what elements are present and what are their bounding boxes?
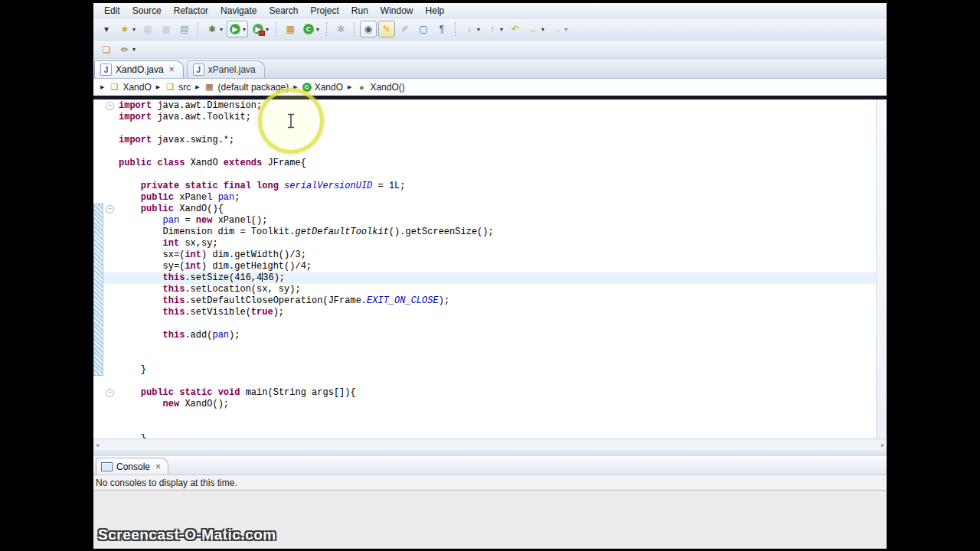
menu-search[interactable]: Search: [263, 5, 304, 17]
new-java-class-button[interactable]: C▾: [300, 21, 322, 37]
menu-navigate[interactable]: Navigate: [214, 5, 263, 17]
code-line: this.add(pan);: [119, 330, 877, 341]
menu-run[interactable]: Run: [345, 5, 374, 17]
dropdown-caret-icon[interactable]: ▾: [541, 26, 544, 33]
editor-tab-bar: JXandO.java×JxPanel.java: [93, 59, 887, 79]
dropdown-caret-icon[interactable]: ▾: [564, 26, 567, 33]
console-sash[interactable]: [93, 450, 887, 456]
ibeam-cursor-icon: [286, 113, 296, 129]
code-line: Dimension dim = Toolkit.getDefaultToolki…: [119, 227, 877, 238]
console-tab-bar: Console ×: [93, 456, 887, 475]
chevron-right-icon[interactable]: ▶: [195, 84, 199, 90]
menu-project[interactable]: Project: [304, 5, 345, 17]
code-line: this.setSize(416,436);: [119, 272, 877, 284]
print-button[interactable]: ▤: [176, 21, 193, 37]
new-java-project-button[interactable]: ▦: [282, 21, 299, 37]
toggle-highlighter-icon: ✎: [381, 23, 393, 35]
run-button[interactable]: ▶▾: [227, 21, 248, 37]
dropdown-caret-icon[interactable]: ▾: [477, 26, 480, 33]
back-icon: ←: [528, 23, 540, 35]
toggle-mark-occurrences-icon: ◉: [362, 23, 374, 35]
toggle-block-selection-icon: ▢: [417, 23, 430, 35]
breadcrumb-item-project-folder[interactable]: ❏XandO: [107, 82, 152, 93]
open-resource-button[interactable]: ❏: [98, 41, 115, 58]
next-annotation-button[interactable]: ↓▾: [461, 21, 482, 37]
debug-button[interactable]: ✱▾: [204, 21, 225, 37]
forward-button: →▾: [548, 21, 570, 37]
fold-collapse-icon[interactable]: −: [106, 205, 114, 214]
chevron-right-icon[interactable]: ▶: [100, 84, 104, 90]
new-java-project-icon: ▦: [284, 23, 296, 35]
toolbar-menu-caret-icon: ▾: [100, 23, 113, 35]
code-line: [119, 376, 877, 387]
code-line: [119, 169, 877, 181]
console-icon: [101, 462, 113, 471]
highlight-tool-button[interactable]: ✏▾: [116, 41, 138, 58]
previous-annotation-button[interactable]: ↑▾: [484, 21, 505, 37]
open-element-button[interactable]: ✐: [397, 21, 413, 37]
tab-xando-java[interactable]: JXandO.java×: [94, 60, 184, 78]
code-line: new XandO();: [119, 399, 877, 410]
code-line: import javax.swing.*;: [119, 135, 877, 146]
code-line: [119, 318, 877, 330]
last-edit-location-button[interactable]: ↶: [507, 21, 524, 37]
code-line: [119, 146, 877, 158]
menu-refactor[interactable]: Refactor: [168, 5, 214, 17]
toolbar-menu-caret-button[interactable]: ▾: [98, 21, 115, 37]
save-icon: ▦: [142, 23, 154, 35]
open-resource-icon: ❏: [100, 44, 113, 56]
breadcrumb-item-class[interactable]: CXandO: [301, 82, 345, 93]
close-icon[interactable]: ×: [169, 64, 175, 75]
chevron-right-icon[interactable]: ▶: [348, 84, 351, 90]
tab-xpanel-java[interactable]: JxPanel.java: [187, 60, 265, 78]
show-whitespace-button[interactable]: ¶: [433, 21, 450, 37]
toggle-mark-occurrences-button[interactable]: ◉: [360, 21, 377, 37]
next-annotation-icon: ↓: [463, 23, 475, 35]
dropdown-caret-icon[interactable]: ▾: [132, 46, 136, 53]
dropdown-caret-icon[interactable]: ▾: [266, 26, 269, 33]
dropdown-caret-icon[interactable]: ▾: [500, 26, 503, 33]
editor-horizontal-scrollbar[interactable]: ◂ ▸: [93, 439, 887, 450]
dropdown-caret-icon[interactable]: ▾: [220, 26, 223, 33]
dropdown-caret-icon[interactable]: ▾: [132, 26, 136, 33]
scroll-right-icon[interactable]: ▸: [881, 442, 884, 448]
menu-help[interactable]: Help: [420, 5, 451, 17]
breadcrumb-label: XandO: [315, 82, 343, 93]
overview-ruler[interactable]: [876, 99, 887, 439]
screen: EditSourceRefactorNavigateSearchProjectR…: [0, 0, 980, 551]
breadcrumb-item-src-folder[interactable]: ❏src: [163, 82, 192, 93]
code-text[interactable]: import java.awt.Dimension;import java.aw…: [119, 100, 877, 439]
toggle-highlighter-button[interactable]: ✎: [378, 21, 395, 37]
toolbar-row-2: ❏✏▾: [93, 41, 887, 59]
show-whitespace-icon: ¶: [436, 23, 448, 35]
code-line: this.setLocation(sx, sy);: [119, 284, 877, 295]
menu-window[interactable]: Window: [374, 5, 420, 17]
code-line: public class XandO extends JFrame{: [119, 158, 877, 169]
toolbar-separator: [198, 22, 199, 36]
save-all-icon: ▩: [160, 23, 172, 35]
menu-edit[interactable]: Edit: [98, 5, 126, 17]
back-button[interactable]: ←▾: [525, 21, 547, 37]
scroll-left-icon[interactable]: ◂: [96, 442, 99, 448]
dropdown-caret-icon[interactable]: ▾: [316, 26, 319, 33]
project-folder-icon: ❏: [109, 82, 119, 93]
package-icon: ▦: [204, 82, 215, 93]
code-editor[interactable]: −−− import java.awt.Dimension;import jav…: [93, 99, 887, 439]
run-external-tools-button[interactable]: ▶▾: [250, 21, 271, 37]
code-line: [119, 353, 877, 364]
previous-annotation-icon: ↑: [486, 23, 498, 35]
tab-label: XandO.java: [116, 64, 164, 75]
tab-console[interactable]: Console ×: [96, 458, 168, 474]
toolbar-separator: [354, 22, 355, 36]
breadcrumb: ▶❏XandO▶❏src▶▦(default package)▶CXandO▶●…: [93, 79, 887, 96]
fold-collapse-icon[interactable]: −: [106, 389, 114, 397]
open-task-button[interactable]: ✻: [332, 21, 349, 37]
breadcrumb-item-method[interactable]: ●XandO(): [354, 82, 406, 93]
dropdown-caret-icon[interactable]: ▾: [243, 26, 246, 33]
chevron-right-icon[interactable]: ▶: [156, 84, 160, 90]
toggle-block-selection-button[interactable]: ▢: [415, 21, 432, 37]
new-wizard-button[interactable]: ★▾: [116, 21, 138, 37]
menu-source[interactable]: Source: [126, 5, 168, 17]
close-icon[interactable]: ×: [155, 461, 161, 472]
fold-collapse-icon[interactable]: −: [106, 102, 114, 110]
